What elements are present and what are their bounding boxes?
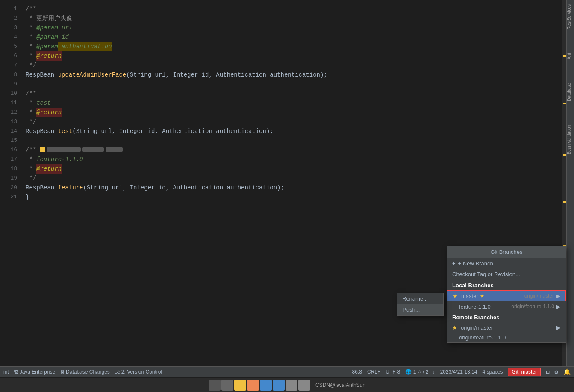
- branch-arrow-feature: ▶: [556, 303, 561, 310]
- branch-arrow-master: ▶: [556, 292, 560, 299]
- status-bar: int 🏗 Java Enterprise 🗄 Database Changes…: [0, 366, 574, 377]
- code-line: 1 /**: [0, 4, 566, 14]
- taskbar-item-2[interactable]: [221, 380, 233, 391]
- code-line: 10 /**: [0, 89, 566, 98]
- star-icon-remote-master: ★: [452, 324, 457, 331]
- star-icon-remote-feature: ★: [452, 334, 457, 341]
- context-rename[interactable]: Rename...: [397, 293, 443, 304]
- code-line: 2 * 更新用户头像: [0, 14, 566, 23]
- code-line: 14 RespBean test(String url, Integer id,…: [0, 127, 566, 136]
- remote-branch-name-master: origin/master: [461, 324, 493, 331]
- git-branches-popup: Git Branches + + New Branch Checkout Tag…: [447, 246, 566, 343]
- taskbar: CSDN@javaiAnthSun: [0, 378, 574, 392]
- remote-branch-name-feature: origin/feature-1.1.0: [459, 334, 506, 341]
- code-line: 9: [0, 80, 566, 89]
- remote-branch-arrow: ▶: [556, 324, 561, 331]
- branch-name-master: master: [461, 293, 478, 299]
- taskbar-label: CSDN@javaiAnthSun: [315, 382, 365, 388]
- remote-branch-feature[interactable]: ★ origin/feature-1.1.0: [447, 333, 566, 342]
- code-line: 16 /**: [0, 145, 566, 155]
- code-line: 18 * @return: [0, 164, 566, 174]
- local-branches-header: Local Branches: [447, 280, 566, 290]
- status-indent: 4 spaces: [482, 369, 503, 375]
- code-line: 12 * @return: [0, 108, 566, 117]
- status-git-branch[interactable]: Git: master: [508, 368, 541, 376]
- taskbar-item-8[interactable]: [298, 380, 310, 391]
- status-version-control[interactable]: ⎇ 2: Version Control: [115, 369, 162, 375]
- code-line: 8 RespBean updateAdminUserFace(String ur…: [0, 70, 566, 80]
- code-line: 19 */: [0, 174, 566, 183]
- star-icon-master2: ★: [480, 293, 484, 299]
- code-line: 6 * @return: [0, 51, 566, 61]
- scroll-mark: [563, 103, 566, 104]
- code-line: 3 * @param url: [0, 23, 566, 32]
- remote-name-master: origin/master: [524, 293, 554, 299]
- code-line: 13 */: [0, 117, 566, 127]
- taskbar-item-5[interactable]: [260, 380, 272, 391]
- status-db-changes[interactable]: 🗄 Database Changes: [60, 369, 110, 375]
- status-copy-icon[interactable]: ⊞: [546, 368, 549, 376]
- taskbar-item-3[interactable]: [234, 380, 246, 391]
- plus-icon: +: [452, 260, 456, 267]
- checkout-tag-item[interactable]: Checkout Tag or Revision...: [447, 269, 566, 280]
- taskbar-item-4[interactable]: [247, 380, 259, 391]
- remote-name-feature: origin/feature-1.1.0: [511, 304, 554, 309]
- code-line: 20 RespBean feature(String url, Integer …: [0, 183, 566, 192]
- status-vcs: 🌐 1 △ / 2↑ ↓: [405, 369, 435, 375]
- code-line: 15: [0, 136, 566, 145]
- status-bell-icon[interactable]: 🔔: [563, 368, 571, 376]
- taskbar-item-7[interactable]: [286, 380, 297, 391]
- new-branch-label: + New Branch: [458, 260, 493, 267]
- branch-item-feature[interactable]: ★ feature-1.1.0 origin/feature-1.1.0 ▶: [447, 301, 566, 312]
- context-menu: Rename... Push...: [397, 293, 444, 316]
- context-push[interactable]: Push...: [397, 304, 443, 315]
- status-datetime: 2023/4/21 13:14: [440, 369, 477, 375]
- tool-strip: RestServices Ant Database Bean Validatio…: [566, 0, 574, 366]
- star-icon-feature: ★: [452, 304, 457, 310]
- remote-branch-master[interactable]: ★ origin/master ▶: [447, 322, 566, 333]
- db-changes-icon: 🗄: [60, 370, 65, 374]
- code-line: 4 * @param id: [0, 32, 566, 42]
- tool-bean-validation[interactable]: Bean Validation: [567, 125, 574, 154]
- checkout-tag-label: Checkout Tag or Revision...: [452, 271, 520, 277]
- vc-icon: ⎇: [115, 370, 120, 374]
- scroll-mark: [563, 154, 566, 156]
- remote-branches-header: Remote Branches: [447, 312, 566, 322]
- code-line: 7 */: [0, 61, 566, 70]
- scroll-mark: [563, 201, 566, 203]
- status-java-enterprise[interactable]: 🏗 Java Enterprise: [14, 369, 55, 375]
- new-branch-item[interactable]: + + New Branch: [447, 258, 566, 269]
- code-line: 21 }: [0, 192, 566, 202]
- tool-rest-services[interactable]: RestServices: [567, 4, 574, 29]
- java-enterprise-icon: 🏗: [14, 370, 18, 374]
- star-icon-master: ★: [453, 293, 458, 299]
- status-tab-int[interactable]: int: [3, 369, 9, 375]
- code-line: 5 * @param authentication: [0, 42, 566, 51]
- tool-database[interactable]: Database: [567, 83, 574, 101]
- code-line: 11 * test: [0, 98, 566, 108]
- status-line-ending: CRLF: [367, 369, 380, 375]
- tool-ant[interactable]: Ant: [567, 53, 574, 59]
- status-encoding: UTF-8: [386, 369, 400, 375]
- scroll-mark: [563, 55, 566, 57]
- status-line-col: 86:8: [352, 369, 362, 375]
- status-settings-icon[interactable]: ⚙: [555, 368, 558, 376]
- branch-item-master[interactable]: ★ master ★ origin/master ▶: [447, 290, 566, 301]
- taskbar-item-6[interactable]: [273, 380, 285, 391]
- branch-name-feature: feature-1.1.0: [459, 304, 491, 310]
- taskbar-item-1[interactable]: [209, 380, 221, 391]
- code-line: 17 * feature-1.1.0: [0, 155, 566, 164]
- git-branches-title: Git Branches: [447, 246, 566, 258]
